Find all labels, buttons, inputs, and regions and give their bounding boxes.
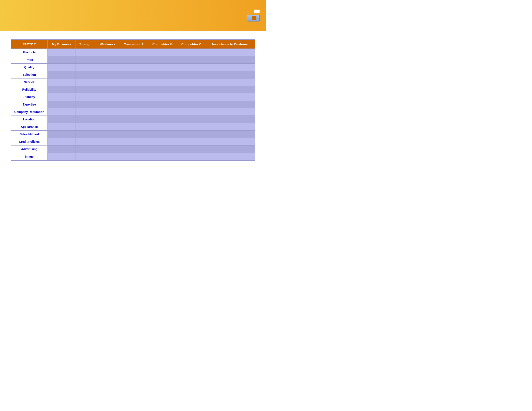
help-button[interactable] (247, 15, 260, 21)
data-cell[interactable] (48, 56, 76, 64)
data-cell[interactable] (48, 131, 76, 138)
data-cell[interactable] (206, 49, 255, 56)
data-cell[interactable] (119, 116, 148, 123)
data-cell[interactable] (48, 153, 76, 160)
data-cell[interactable] (96, 64, 119, 71)
data-cell[interactable] (48, 116, 76, 123)
data-cell[interactable] (48, 101, 76, 108)
data-cell[interactable] (48, 146, 76, 153)
data-cell[interactable] (177, 71, 206, 78)
data-cell[interactable] (206, 71, 255, 78)
data-cell[interactable] (119, 131, 148, 138)
data-cell[interactable] (96, 108, 119, 116)
data-cell[interactable] (177, 49, 206, 56)
data-cell[interactable] (206, 101, 255, 108)
data-cell[interactable] (48, 78, 76, 86)
data-cell[interactable] (148, 78, 177, 86)
data-cell[interactable] (119, 86, 148, 93)
data-cell[interactable] (76, 71, 96, 78)
data-cell[interactable] (96, 153, 119, 160)
data-cell[interactable] (76, 116, 96, 123)
data-cell[interactable] (76, 138, 96, 146)
data-cell[interactable] (76, 101, 96, 108)
data-cell[interactable] (96, 123, 119, 131)
data-cell[interactable] (206, 56, 255, 64)
data-cell[interactable] (148, 116, 177, 123)
data-cell[interactable] (96, 93, 119, 101)
data-cell[interactable] (119, 146, 148, 153)
data-cell[interactable] (148, 146, 177, 153)
data-cell[interactable] (48, 138, 76, 146)
data-cell[interactable] (96, 78, 119, 86)
data-cell[interactable] (96, 49, 119, 56)
data-cell[interactable] (48, 49, 76, 56)
data-cell[interactable] (177, 116, 206, 123)
data-cell[interactable] (206, 153, 255, 160)
data-cell[interactable] (119, 56, 148, 64)
data-cell[interactable] (148, 153, 177, 160)
data-cell[interactable] (206, 123, 255, 131)
data-cell[interactable] (48, 108, 76, 116)
data-cell[interactable] (48, 64, 76, 71)
data-cell[interactable] (96, 101, 119, 108)
data-cell[interactable] (206, 64, 255, 71)
data-cell[interactable] (206, 93, 255, 101)
data-cell[interactable] (177, 56, 206, 64)
data-cell[interactable] (148, 71, 177, 78)
data-cell[interactable] (148, 131, 177, 138)
data-cell[interactable] (206, 116, 255, 123)
data-cell[interactable] (119, 93, 148, 101)
data-cell[interactable] (76, 56, 96, 64)
data-cell[interactable] (148, 86, 177, 93)
data-cell[interactable] (48, 123, 76, 131)
data-cell[interactable] (119, 71, 148, 78)
data-cell[interactable] (76, 78, 96, 86)
data-cell[interactable] (76, 64, 96, 71)
data-cell[interactable] (148, 93, 177, 101)
data-cell[interactable] (206, 146, 255, 153)
data-cell[interactable] (76, 93, 96, 101)
data-cell[interactable] (206, 78, 255, 86)
data-cell[interactable] (76, 131, 96, 138)
data-cell[interactable] (177, 146, 206, 153)
data-cell[interactable] (206, 108, 255, 116)
data-cell[interactable] (206, 138, 255, 146)
data-cell[interactable] (76, 86, 96, 93)
data-cell[interactable] (96, 146, 119, 153)
data-cell[interactable] (148, 123, 177, 131)
data-cell[interactable] (148, 108, 177, 116)
data-cell[interactable] (177, 138, 206, 146)
data-cell[interactable] (48, 71, 76, 78)
data-cell[interactable] (148, 49, 177, 56)
data-cell[interactable] (76, 146, 96, 153)
data-cell[interactable] (148, 138, 177, 146)
data-cell[interactable] (177, 108, 206, 116)
data-cell[interactable] (177, 153, 206, 160)
data-cell[interactable] (177, 131, 206, 138)
data-cell[interactable] (119, 108, 148, 116)
data-cell[interactable] (206, 86, 255, 93)
data-cell[interactable] (119, 101, 148, 108)
data-cell[interactable] (96, 71, 119, 78)
data-cell[interactable] (177, 93, 206, 101)
data-cell[interactable] (96, 131, 119, 138)
data-cell[interactable] (48, 86, 76, 93)
data-cell[interactable] (206, 131, 255, 138)
data-cell[interactable] (76, 49, 96, 56)
data-cell[interactable] (119, 153, 148, 160)
data-cell[interactable] (177, 64, 206, 71)
data-cell[interactable] (96, 56, 119, 64)
data-cell[interactable] (96, 86, 119, 93)
data-cell[interactable] (177, 123, 206, 131)
data-cell[interactable] (119, 49, 148, 56)
data-cell[interactable] (76, 123, 96, 131)
data-cell[interactable] (119, 123, 148, 131)
data-cell[interactable] (96, 138, 119, 146)
data-cell[interactable] (148, 101, 177, 108)
data-cell[interactable] (177, 86, 206, 93)
data-cell[interactable] (119, 64, 148, 71)
data-cell[interactable] (177, 101, 206, 108)
data-cell[interactable] (148, 64, 177, 71)
data-cell[interactable] (119, 78, 148, 86)
data-cell[interactable] (177, 78, 206, 86)
